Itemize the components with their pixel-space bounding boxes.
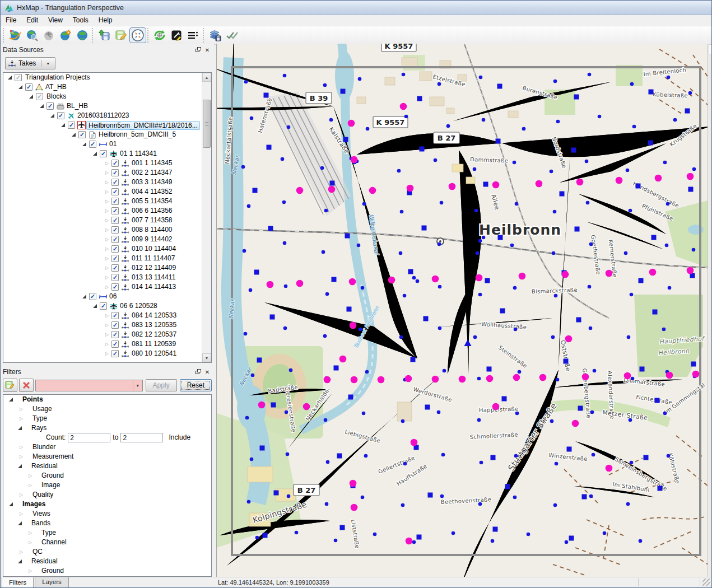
expander-collapsed-icon[interactable]: ▷ bbox=[104, 311, 110, 320]
expander-collapsed-icon[interactable]: ▷ bbox=[104, 282, 110, 292]
filter-item[interactable]: Residual bbox=[3, 461, 211, 471]
filter-item[interactable]: ▷Channel bbox=[3, 538, 211, 547]
title-bar[interactable]: HxMap - Triangulation Perspective bbox=[1, 1, 711, 15]
expander-collapsed-icon[interactable]: ▷ bbox=[104, 339, 110, 349]
expander-collapsed-icon[interactable]: ▷ bbox=[18, 490, 25, 500]
takes-dropdown[interactable]: Takes ▼ bbox=[5, 57, 55, 69]
expander-collapsed-icon[interactable]: ▷ bbox=[18, 404, 25, 414]
float-pane-icon[interactable] bbox=[194, 46, 203, 54]
edit-extent-button[interactable] bbox=[168, 27, 185, 43]
expander-expanded-icon[interactable] bbox=[18, 464, 22, 468]
filter-combobox[interactable]: ▼ bbox=[35, 380, 143, 391]
checkbox[interactable]: ✓ bbox=[111, 350, 119, 357]
tree-item[interactable]: ✓06 6 120528 bbox=[3, 301, 211, 311]
expander-collapsed-icon[interactable]: ▷ bbox=[27, 528, 34, 538]
checkbox[interactable]: ✓ bbox=[89, 141, 96, 148]
menu-tools[interactable]: Tools bbox=[68, 15, 94, 26]
tree-item[interactable]: ▷✓012 12 114409 bbox=[3, 263, 211, 273]
expander-collapsed-icon[interactable]: ▷ bbox=[104, 197, 110, 206]
expander-collapsed-icon[interactable]: ▷ bbox=[104, 263, 110, 273]
expander-expanded-icon[interactable] bbox=[40, 104, 44, 108]
expander-collapsed-icon[interactable]: ▷ bbox=[27, 566, 34, 576]
expander-collapsed-icon[interactable]: ▷ bbox=[104, 244, 110, 254]
checkbox[interactable]: ✓ bbox=[111, 160, 119, 167]
map-view[interactable]: NeckartalstraßeHafenstraßeKalstraßeEtzel… bbox=[216, 44, 708, 577]
reset-button[interactable]: Reset bbox=[180, 379, 212, 391]
filter-item[interactable]: Points bbox=[3, 395, 211, 404]
filter-item[interactable]: ▷Ground bbox=[3, 471, 211, 480]
rays-count-from-input[interactable] bbox=[68, 433, 110, 442]
checkbox[interactable]: ✓ bbox=[78, 131, 86, 138]
data-sources-tree[interactable]: ✓Triangulation Projects✓AT_HB✓Blocks✓BL_… bbox=[3, 72, 212, 363]
expander-expanded-icon[interactable] bbox=[93, 304, 97, 308]
tree-item[interactable]: ▷✓009 9 114402 bbox=[3, 235, 211, 244]
tree-item[interactable]: ✓01 1 114341 bbox=[3, 149, 211, 158]
close-pane-icon[interactable]: ✕ bbox=[203, 368, 212, 376]
checkbox[interactable]: ✓ bbox=[111, 340, 119, 348]
tree-item[interactable]: ✓20160318112023 bbox=[3, 111, 211, 120]
tree-item[interactable]: ✓Heilbronn5cm_DMCIII##1/18/2016... bbox=[3, 120, 211, 130]
checkbox[interactable]: ✓ bbox=[111, 264, 119, 272]
filters-tree[interactable]: Points▷Usage▷TypeRaysCount:toInclude▷Blu… bbox=[3, 394, 212, 577]
checkbox[interactable]: ✓ bbox=[57, 112, 64, 119]
import-save-button[interactable] bbox=[96, 27, 113, 43]
checkbox[interactable]: ✓ bbox=[36, 93, 43, 100]
tree-item[interactable]: ✓AT_HB bbox=[3, 82, 211, 92]
filter-item[interactable]: ▷Image bbox=[3, 480, 211, 490]
expander-collapsed-icon[interactable]: ▷ bbox=[104, 330, 110, 339]
tree-item[interactable]: ▷✓007 7 114358 bbox=[3, 216, 211, 225]
checkbox[interactable]: ✓ bbox=[111, 226, 119, 234]
checkbox[interactable]: ✓ bbox=[111, 169, 119, 176]
expander-expanded-icon[interactable] bbox=[8, 76, 12, 80]
checkbox[interactable]: ✓ bbox=[111, 198, 119, 205]
checkbox[interactable]: ✓ bbox=[111, 236, 119, 243]
expander-collapsed-icon[interactable]: ▷ bbox=[104, 206, 110, 216]
checkbox[interactable]: ✓ bbox=[15, 74, 22, 81]
tree-item[interactable]: ✓Blocks bbox=[3, 92, 211, 101]
expander-collapsed-icon[interactable]: ▷ bbox=[18, 414, 25, 423]
checkbox[interactable]: ✓ bbox=[111, 274, 119, 281]
tree-item[interactable]: ▷✓003 3 114349 bbox=[3, 178, 211, 187]
checkbox[interactable]: ✓ bbox=[111, 245, 119, 253]
menu-edit[interactable]: Edit bbox=[21, 15, 43, 26]
expander-expanded-icon[interactable] bbox=[29, 95, 33, 99]
filter-item[interactable]: ▷Type bbox=[3, 528, 211, 538]
checkbox[interactable]: ✓ bbox=[68, 122, 75, 129]
tree-item[interactable]: ▷✓010 10 114404 bbox=[3, 244, 211, 254]
tree-item[interactable]: ▷✓081 11 120539 bbox=[3, 339, 211, 349]
tree-item[interactable]: ✓01 bbox=[3, 139, 211, 149]
web-globe-button[interactable] bbox=[7, 27, 24, 43]
delete-filter-button[interactable] bbox=[19, 379, 34, 392]
menu-view[interactable]: View bbox=[43, 15, 68, 26]
filter-item[interactable]: ▷Ground bbox=[3, 566, 211, 576]
tree-item[interactable]: ▷✓005 5 114354 bbox=[3, 197, 211, 206]
tree-item[interactable]: ▷✓002 2 114347 bbox=[3, 168, 211, 178]
tree-item[interactable]: ▷✓013 13 114411 bbox=[3, 273, 211, 282]
expander-expanded-icon[interactable] bbox=[18, 85, 22, 89]
expander-expanded-icon[interactable] bbox=[18, 426, 22, 430]
save-filter-button[interactable] bbox=[3, 379, 17, 392]
offline-globe-button[interactable] bbox=[40, 27, 57, 43]
filter-item[interactable]: ▷Measurement bbox=[3, 452, 211, 461]
filter-item[interactable]: Images bbox=[3, 500, 211, 509]
filter-input[interactable] bbox=[36, 380, 133, 391]
checkbox[interactable]: ✓ bbox=[111, 179, 119, 186]
filter-item[interactable]: ▷Blunder bbox=[3, 442, 211, 452]
float-pane-icon[interactable] bbox=[194, 368, 203, 376]
expander-collapsed-icon[interactable]: ▷ bbox=[104, 178, 110, 187]
expander-collapsed-icon[interactable]: ▷ bbox=[27, 480, 34, 490]
checkbox[interactable]: ✓ bbox=[46, 102, 54, 110]
checkbox[interactable]: ✓ bbox=[25, 83, 32, 91]
search-globe-button[interactable] bbox=[24, 27, 40, 43]
expander-collapsed-icon[interactable]: ▷ bbox=[104, 349, 110, 358]
expander-collapsed-icon[interactable]: ▷ bbox=[104, 225, 110, 235]
resize-grip[interactable] bbox=[702, 578, 710, 586]
checkbox[interactable]: ✓ bbox=[111, 283, 119, 291]
expander-expanded-icon[interactable] bbox=[18, 559, 22, 563]
tree-item[interactable]: ▷✓082 12 120537 bbox=[3, 330, 211, 339]
checkbox[interactable]: ✓ bbox=[111, 207, 119, 214]
settings-globe-button[interactable] bbox=[57, 27, 74, 43]
expander-collapsed-icon[interactable]: ▷ bbox=[104, 158, 110, 168]
fit-view-button[interactable] bbox=[129, 27, 146, 43]
expander-expanded-icon[interactable] bbox=[50, 114, 54, 118]
